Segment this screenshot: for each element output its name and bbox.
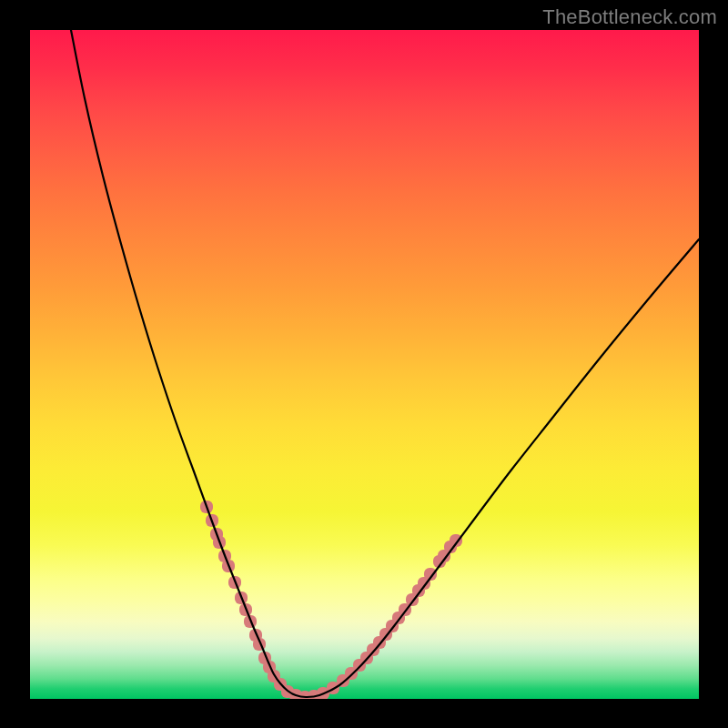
bottleneck-curve-line bbox=[71, 30, 699, 697]
plot-area bbox=[30, 30, 699, 699]
bottleneck-curve-svg bbox=[30, 30, 699, 699]
watermark-text: TheBottleneck.com bbox=[542, 5, 717, 29]
chart-frame: TheBottleneck.com bbox=[0, 0, 728, 728]
marker-group bbox=[200, 500, 462, 699]
